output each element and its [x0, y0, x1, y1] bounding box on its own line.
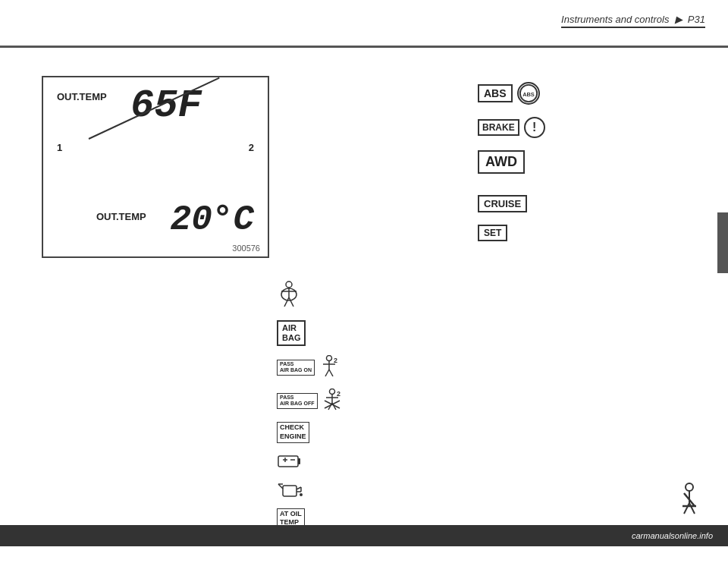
- figure-number: 300576: [232, 244, 260, 253]
- airbag-line1: AIR: [282, 323, 297, 332]
- pass-airbag-off-person-icon: 2: [322, 388, 343, 413]
- svg-line-5: [284, 297, 289, 307]
- check-engine-line2: ENGINE: [280, 432, 306, 440]
- svg-line-28: [297, 487, 301, 489]
- svg-text:2: 2: [334, 357, 337, 364]
- airbag-person-icon-item: [277, 281, 343, 311]
- pass-airbag-off-item: PASS AIR BAG OFF 2: [277, 388, 343, 413]
- battery-icon-item: [277, 452, 343, 470]
- pass-airbag-on-item: PASS AIR BAG ON 2: [277, 355, 343, 379]
- check-engine-item: CHECK ENGINE: [277, 422, 343, 442]
- pass-airbag-on-box: PASS AIR BAG ON: [277, 360, 315, 376]
- svg-line-12: [329, 370, 333, 376]
- awd-indicator-row: AWD: [478, 150, 545, 174]
- svg-point-14: [329, 389, 334, 395]
- brake-exclamation-icon: !: [524, 117, 545, 138]
- temp-value-celsius: 20°C: [171, 200, 254, 240]
- svg-line-11: [325, 370, 329, 376]
- svg-point-34: [686, 483, 693, 491]
- bottom-bar: carmanualsonline.info: [0, 525, 728, 546]
- indicators-right-column: ABS ABS BRAKE ! AWD CRUISE SET: [478, 82, 545, 253]
- header-divider: [0, 46, 728, 48]
- abs-indicator-row: ABS ABS: [478, 82, 545, 105]
- label-num-2: 2: [249, 142, 254, 153]
- svg-point-2: [286, 282, 292, 288]
- at-oil-temp-line1: AT OIL: [280, 510, 302, 517]
- check-engine-box: CHECK ENGINE: [277, 422, 309, 442]
- set-label-box: SET: [478, 225, 507, 241]
- svg-rect-23: [298, 458, 300, 464]
- seatbelt-icon: [673, 482, 705, 518]
- svg-line-38: [684, 503, 689, 514]
- page-header: Instruments and controls ▶ P31: [561, 14, 705, 28]
- pass-airbag-off-line2: AIR BAG OFF: [280, 401, 315, 406]
- brake-label-box: BRAKE: [478, 119, 519, 136]
- set-indicator-row: SET: [478, 225, 545, 241]
- airbag-line2: BAG: [282, 333, 300, 342]
- oil-icon-item: [277, 480, 343, 499]
- svg-text:ABS: ABS: [522, 91, 535, 98]
- indicators-left-column: AIR BAG PASS AIR BAG ON 2 PASS AIR BAG O…: [277, 281, 343, 538]
- svg-rect-27: [283, 486, 297, 496]
- pass-airbag-on-line2: AIR BAG ON: [280, 367, 312, 373]
- airbag-warn-box: AIR BAG: [277, 320, 306, 346]
- cruise-label-box: CRUISE: [478, 195, 527, 212]
- out-temp-label-top: OUT.TEMP: [57, 91, 107, 102]
- svg-rect-22: [278, 456, 298, 467]
- awd-label-box: AWD: [478, 150, 525, 174]
- check-engine-line1: CHECK: [280, 423, 304, 431]
- seatbelt-icon-area: [673, 482, 705, 521]
- oil-can-icon: [277, 480, 303, 499]
- svg-line-31: [278, 484, 283, 489]
- brake-indicator-row: BRAKE !: [478, 117, 545, 138]
- site-logo: carmanualsonline.info: [632, 531, 713, 540]
- airbag-label-item: AIR BAG: [277, 320, 343, 346]
- abs-label-box: ABS: [478, 84, 513, 102]
- cruise-indicator-row: CRUISE: [478, 195, 545, 212]
- battery-icon: [277, 452, 301, 470]
- out-temp-label-bottom: OUT.TEMP: [96, 211, 146, 222]
- pass-airbag-on-line1: PASS: [280, 361, 294, 366]
- spacer: [478, 186, 545, 195]
- side-tab: [717, 212, 728, 273]
- svg-line-6: [289, 297, 293, 307]
- header-title: Instruments and controls: [561, 14, 669, 25]
- svg-text:2: 2: [337, 390, 340, 398]
- svg-point-8: [327, 356, 332, 361]
- label-num-1: 1: [57, 142, 62, 153]
- page-number: P31: [688, 14, 705, 25]
- pass-airbag-off-box: PASS AIR BAG OFF: [277, 393, 318, 409]
- pass-airbag-on-person-icon: 2: [318, 355, 340, 379]
- pass-airbag-off-line1: PASS: [280, 395, 294, 400]
- abs-circle-icon: ABS: [517, 82, 540, 105]
- temp-display-box: OUT.TEMP 65F 1 2 OUT.TEMP 20°C 300576: [42, 76, 269, 258]
- svg-point-33: [300, 493, 303, 496]
- airbag-person-svg: [277, 281, 301, 311]
